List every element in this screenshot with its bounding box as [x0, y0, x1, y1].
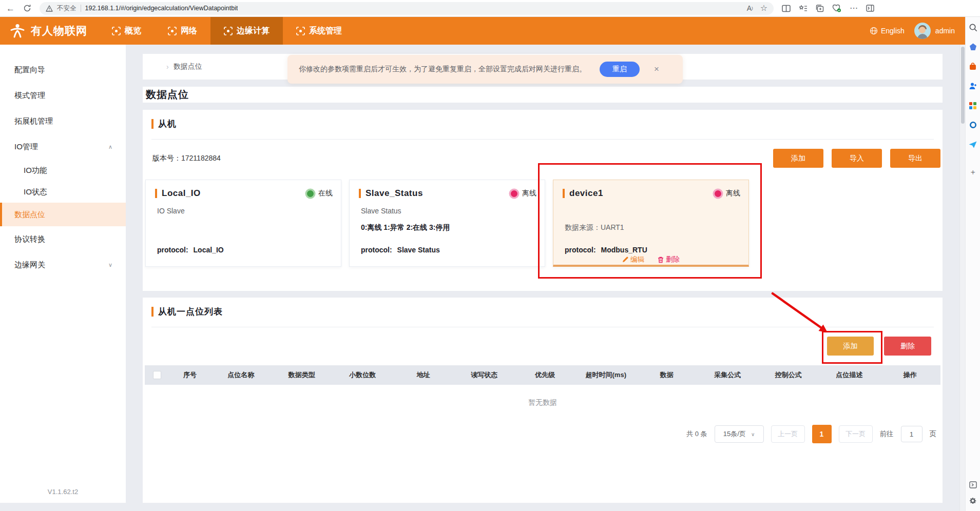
sidebar-item-io-management[interactable]: IO管理 ∧	[0, 134, 126, 160]
col-collect-formula: 采集公式	[697, 370, 758, 380]
sidebar-item-label: 模式管理	[14, 91, 45, 101]
slave-protocol: protocol: Modbus_RTU	[565, 246, 647, 254]
slave-card-slave-status[interactable]: Slave_Status 离线 Slave Status 0:离线 1:异常 2…	[349, 180, 545, 267]
nav-edge-computing[interactable]: 边缘计算	[210, 17, 283, 45]
point-delete-button[interactable]: 删除	[884, 337, 931, 356]
plus-icon[interactable]: ＋	[969, 168, 977, 176]
language-switcher[interactable]: English	[870, 27, 905, 35]
page-scrollbar[interactable]	[959, 45, 965, 511]
nav-network[interactable]: 网络	[155, 17, 210, 45]
nav-system-management[interactable]: 系统管理	[283, 17, 355, 45]
url-text: 192.168.1.1/#/origin/edgecalculation/Vie…	[85, 5, 238, 12]
nav-label: 系统管理	[309, 26, 342, 36]
col-actions: 操作	[880, 370, 941, 380]
avatar-body	[917, 34, 928, 39]
favorite-star-icon[interactable]: ☆	[760, 4, 767, 12]
refresh-icon[interactable]	[23, 4, 31, 12]
pagination: 共 0 条 15条/页 ∨ 上一页 1 下一页 前往 页	[686, 425, 936, 443]
page-size-select[interactable]: 15条/页 ∨	[715, 425, 764, 443]
point-add-button[interactable]: 添加	[827, 337, 874, 356]
outlook-icon[interactable]	[969, 121, 977, 129]
avatar[interactable]	[914, 23, 931, 39]
col-rw-status: 读写状态	[454, 370, 515, 380]
goto-page-input[interactable]	[901, 426, 923, 442]
nav-overview[interactable]: 概览	[99, 17, 155, 45]
search-icon[interactable]	[969, 23, 977, 32]
current-page-button[interactable]: 1	[812, 425, 832, 443]
person-add-icon[interactable]	[969, 82, 977, 90]
edit-link[interactable]: 编辑	[622, 255, 644, 264]
read-aloud-icon[interactable]: A)	[747, 5, 753, 12]
sidebar-item-label: 边缘网关	[14, 260, 45, 270]
divider	[151, 139, 934, 140]
sidebar-item-edge-gateway[interactable]: 边缘网关 ∨	[0, 252, 126, 278]
sidebar-item-label: 拓展机管理	[14, 116, 53, 126]
split-screen-icon[interactable]	[782, 5, 791, 12]
delete-link[interactable]: 删除	[658, 255, 680, 264]
shield-icon[interactable]	[969, 43, 977, 51]
slave-description: IO Slave	[157, 207, 185, 215]
sidebar-item-label: IO状态	[24, 187, 47, 197]
chevron-up-icon: ∧	[108, 144, 112, 150]
status-badge: 离线	[511, 189, 536, 198]
slave-export-button[interactable]: 导出	[890, 149, 940, 168]
scan-dot-icon	[224, 27, 233, 35]
nav-label: 概览	[125, 26, 141, 36]
copilot-panel-icon[interactable]	[969, 480, 977, 489]
close-icon[interactable]: ×	[654, 64, 659, 74]
back-icon[interactable]: ←	[6, 4, 15, 13]
status-label: 离线	[726, 189, 740, 198]
usr-person-logo-icon	[9, 23, 26, 38]
slave-card-device1[interactable]: device1 离线 数据来源：UART1 protocol: Modbus_R…	[553, 180, 749, 267]
favorites-bar-icon[interactable]	[799, 5, 808, 12]
protocol-value: Slave Status	[397, 246, 440, 254]
col-priority: 优先级	[515, 370, 576, 380]
slave-name: Slave_Status	[366, 188, 423, 199]
more-options-icon[interactable]: ⋯	[850, 4, 858, 12]
slave-values-hint: 0:离线 1:异常 2:在线 3:停用	[361, 223, 450, 232]
slave-import-button[interactable]: 导入	[832, 149, 882, 168]
slave-name: device1	[569, 188, 603, 199]
restart-button[interactable]: 重启	[600, 62, 640, 77]
col-point-name: 点位名称	[210, 370, 272, 380]
collections-icon[interactable]	[816, 5, 824, 12]
goto-label: 前往	[880, 429, 894, 439]
status-label: 在线	[318, 189, 333, 198]
slave-description: Slave Status	[361, 207, 401, 215]
browser-essentials-icon[interactable]	[832, 4, 841, 12]
divider	[81, 5, 81, 12]
address-bar[interactable]: 不安全 192.168.1.1/#/origin/edgecalculation…	[40, 2, 774, 15]
sidebar-item-protocol-conversion[interactable]: 协议转换	[0, 226, 126, 252]
paper-plane-icon[interactable]	[969, 140, 977, 149]
sidebar-item-io-function[interactable]: IO功能	[0, 160, 126, 181]
slave-card-local-io[interactable]: Local_IO 在线 IO Slave protocol: Local_IO	[145, 180, 341, 267]
next-page-button[interactable]: 下一页	[839, 425, 873, 443]
sidebar-item-mode-management[interactable]: 模式管理	[0, 83, 126, 108]
sidebar-item-label: IO管理	[14, 142, 38, 152]
username[interactable]: admin	[935, 27, 955, 35]
sidebar-item-data-points[interactable]: 数据点位	[0, 203, 126, 226]
empty-table-text: 暂无数据	[143, 398, 943, 407]
slave-add-button[interactable]: 添加	[773, 149, 823, 168]
shopping-bag-icon[interactable]	[969, 62, 977, 71]
card-accent-bar	[563, 189, 565, 198]
sidebar-toggle-icon[interactable]	[866, 5, 874, 12]
page-size-value: 15条/页	[723, 429, 746, 439]
total-count: 共 0 条	[686, 429, 707, 439]
sidebar-item-config-wizard[interactable]: 配置向导	[0, 57, 126, 83]
slave-name: Local_IO	[162, 188, 201, 199]
select-all-checkbox[interactable]	[153, 371, 161, 379]
language-label: English	[881, 27, 905, 35]
nav-label: 网络	[181, 26, 197, 36]
col-timeout: 超时时间(ms)	[575, 370, 637, 380]
sidebar-item-expansion-management[interactable]: 拓展机管理	[0, 108, 126, 134]
sidebar-item-io-status[interactable]: IO状态	[0, 181, 126, 203]
point-list-panel: 从机一点位列表 添加 删除 序号 点位名称 数据类型 小数位数 地址 读写状态 …	[143, 298, 943, 503]
m365-grid-icon[interactable]	[969, 101, 977, 110]
scrollbar-thumb[interactable]	[961, 47, 965, 124]
scan-dot-icon	[296, 27, 305, 35]
brand-logo[interactable]: 有人物联网	[0, 23, 99, 38]
col-address: 地址	[393, 370, 454, 380]
gear-icon[interactable]	[969, 496, 977, 505]
prev-page-button[interactable]: 上一页	[771, 425, 805, 443]
